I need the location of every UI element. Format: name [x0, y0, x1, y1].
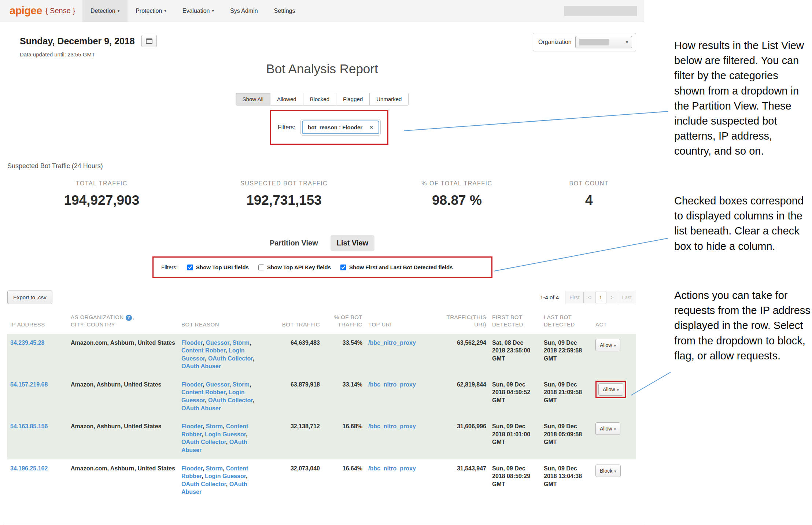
as-organization-cell: Amazon, Ashburn, United States: [68, 376, 178, 417]
callout-line-filters: [404, 111, 668, 131]
last-bot-detected-cell: Sun, 09 Dec 2018 23:59:58 GMT: [541, 334, 593, 376]
stat-value: 4: [542, 193, 636, 208]
tab-flagged[interactable]: Flagged: [336, 93, 370, 106]
bot-reason-link[interactable]: Login Guessor: [205, 473, 246, 479]
panel-bottom-border: [4, 522, 643, 522]
bot-reason-link[interactable]: Flooder: [181, 423, 203, 429]
ip-link[interactable]: 34.196.25.162: [10, 465, 48, 472]
action-dropdown-allow[interactable]: Allow▾: [595, 422, 620, 435]
action-wrap: Block▾: [595, 467, 621, 474]
view-toggle: Partition View List View: [0, 235, 644, 251]
nav-item-detection-label: Detection: [91, 8, 115, 14]
header-act: ACT: [593, 311, 636, 334]
bot-reason-link[interactable]: Guessor: [206, 340, 229, 346]
table-row: 34.196.25.162Amazon.com, Ashburn, United…: [7, 459, 636, 501]
annotation-box-filters: Filters: bot_reason : Flooder ✕: [270, 110, 388, 145]
bot-reason-link[interactable]: Storm: [233, 340, 250, 346]
action-cell: Allow▾: [593, 376, 636, 417]
filter-chip-input[interactable]: bot_reason : Flooder ✕: [300, 119, 381, 136]
list-toolbar: Export to .csv 1-4 of 4 First < 1 > Last: [7, 291, 636, 304]
action-wrap: Allow▾: [595, 425, 620, 432]
bot-reason-link[interactable]: Storm: [206, 423, 223, 429]
bot-reason-cell: Flooder, Guessor, Storm, Content Robber,…: [178, 376, 261, 417]
pagination-prev-button[interactable]: <: [583, 292, 595, 303]
action-wrap: Allow▾: [595, 342, 620, 348]
action-dropdown-allow[interactable]: Allow▾: [598, 383, 623, 396]
ip-link[interactable]: 54.157.219.68: [10, 381, 48, 388]
export-csv-button[interactable]: Export to .csv: [7, 291, 52, 304]
filter-chip-bot-reason[interactable]: bot_reason : Flooder ✕: [302, 121, 379, 134]
nav-item-evaluation[interactable]: Evaluation ▾: [174, 0, 222, 22]
bot-reason-link[interactable]: Content Robber: [181, 389, 225, 395]
column-filter-checkbox-input-1[interactable]: [258, 265, 264, 270]
tab-unmarked[interactable]: Unmarked: [370, 93, 409, 106]
stat-label: TOTAL TRAFFIC: [7, 180, 196, 187]
top-uri-cell: /bbc_nitro_proxy: [365, 376, 437, 417]
calendar-button[interactable]: [141, 35, 157, 47]
tab-blocked[interactable]: Blocked: [303, 93, 336, 106]
caret-down-icon: ▾: [614, 427, 616, 431]
partition-view-button[interactable]: Partition View: [270, 239, 318, 247]
report-filters-panel: Filters: bot_reason : Flooder ✕: [271, 111, 387, 144]
list-view-button[interactable]: List View: [331, 235, 374, 251]
column-filter-checkbox-input-2[interactable]: [340, 265, 346, 270]
bot-reason-link[interactable]: Flooder: [181, 465, 203, 472]
nav-item-settings-label: Settings: [274, 8, 295, 14]
bot-reason-link[interactable]: OAuth Abuser: [181, 363, 221, 369]
nav-item-sys-admin[interactable]: Sys Admin: [222, 0, 266, 22]
as-organization-cell: Amazon, Ashburn, United States: [68, 417, 178, 459]
column-filter-checkbox-input-0[interactable]: [187, 265, 193, 270]
bot-reason-link[interactable]: Storm: [206, 465, 223, 472]
bot-reason-link[interactable]: OAuth Collector: [208, 397, 253, 403]
column-filter-checkboxes: Show Top URI fieldsShow Top API Key fiel…: [187, 264, 453, 270]
bot-reason-link[interactable]: Content Robber: [181, 347, 225, 354]
ip-link[interactable]: 34.239.45.28: [10, 340, 44, 346]
bot-reason-link[interactable]: OAuth Collector: [208, 355, 253, 362]
action-dropdown-block[interactable]: Block▾: [595, 465, 621, 477]
ip-cell: 54.157.219.68: [7, 376, 68, 417]
pagination-next-button[interactable]: >: [606, 292, 618, 303]
header-as-organization-suffix: ,: [133, 314, 134, 320]
action-dropdown-allow[interactable]: Allow▾: [595, 339, 620, 351]
tab-allowed[interactable]: Allowed: [270, 93, 303, 106]
nav-item-protection[interactable]: Protection ▾: [128, 0, 174, 22]
help-icon[interactable]: ?: [126, 315, 132, 321]
header-first-bot-detected: FIRST BOT DETECTED: [489, 311, 541, 334]
bot-reason-link[interactable]: Flooder: [181, 340, 203, 346]
nav-item-settings[interactable]: Settings: [266, 0, 303, 22]
bot-reason-link[interactable]: OAuth Collector: [181, 439, 226, 445]
last-bot-detected-cell: Sun, 09 Dec 2018 13:04:38 GMT: [541, 459, 593, 501]
top-uri-link[interactable]: /bbc_nitro_proxy: [368, 465, 416, 472]
caret-down-icon: ▾: [118, 8, 120, 13]
date-header: Sunday, December 9, 2018 Data updated un…: [20, 35, 157, 58]
organization-dropdown[interactable]: ▾: [575, 36, 632, 48]
ip-cell: 34.196.25.162: [7, 459, 68, 501]
pagination-page-1[interactable]: 1: [595, 292, 607, 303]
header-as-organization-text: AS ORGANIZATION: [71, 314, 124, 320]
bot-reason-link[interactable]: Flooder: [181, 381, 203, 388]
remove-filter-icon[interactable]: ✕: [369, 125, 373, 130]
bot-reason-link[interactable]: Guessor: [206, 381, 229, 388]
bot-reason-link[interactable]: Login Guessor: [205, 431, 246, 437]
bot-reason-link[interactable]: Storm: [233, 381, 250, 388]
traffic-this-uri-cell: 31,606,996: [437, 417, 489, 459]
ip-link[interactable]: 54.163.85.156: [10, 423, 48, 429]
callout-line-action: [631, 372, 671, 395]
column-filter-checkbox-label: Show Top API Key fields: [267, 264, 331, 270]
top-uri-link[interactable]: /bbc_nitro_proxy: [368, 381, 416, 388]
bot-reason-link[interactable]: OAuth Abuser: [181, 405, 221, 411]
bot-reason-link[interactable]: OAuth Collector: [181, 481, 226, 487]
bot-list-table: IP ADDRESS AS ORGANIZATION?, CITY, COUNT…: [7, 311, 636, 501]
stat-total-traffic: TOTAL TRAFFIC 194,927,903: [7, 180, 196, 208]
calendar-icon: [146, 38, 152, 44]
pagination-last-button[interactable]: Last: [618, 292, 636, 303]
pct-bot-traffic-cell: 16.68%: [323, 417, 365, 459]
ip-cell: 54.163.85.156: [7, 417, 68, 459]
top-uri-link[interactable]: /bbc_nitro_proxy: [368, 423, 416, 429]
top-uri-link[interactable]: /bbc_nitro_proxy: [368, 340, 416, 346]
tab-show-all[interactable]: Show All: [236, 93, 271, 106]
pagination-first-button[interactable]: First: [565, 292, 584, 303]
header-last-bot-detected: LAST BOT DETECTED: [541, 311, 593, 334]
header-top-uri: TOP URI: [365, 311, 437, 334]
nav-item-detection[interactable]: Detection ▾: [82, 0, 128, 22]
